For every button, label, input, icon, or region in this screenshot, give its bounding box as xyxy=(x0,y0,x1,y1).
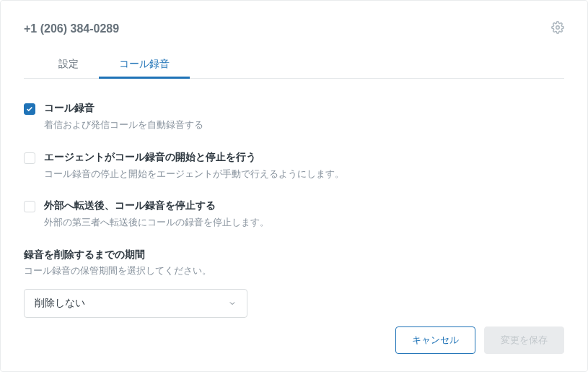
settings-gear-button[interactable] xyxy=(551,21,564,36)
footer-buttons: キャンセル 変更を保存 xyxy=(395,326,564,354)
tabs: 設定 コール録音 xyxy=(24,51,564,79)
save-button[interactable]: 変更を保存 xyxy=(484,326,564,354)
tab-settings[interactable]: 設定 xyxy=(38,51,99,78)
option-title: 外部へ転送後、コール録音を停止する xyxy=(44,199,564,212)
option-text: コール録音 着信および発信コールを自動録音する xyxy=(44,102,564,132)
option-desc: 外部の第三者へ転送後にコールの録音を停止します。 xyxy=(44,215,564,230)
tab-recording[interactable]: コール録音 xyxy=(99,51,190,78)
checkbox-stop-after-transfer[interactable] xyxy=(24,201,35,212)
chevron-down-icon xyxy=(228,299,237,308)
svg-point-0 xyxy=(556,26,560,30)
retention-value: 削除しない xyxy=(35,297,85,310)
option-agent-control: エージェントがコール録音の開始と停止を行う コール録音の停止と開始をエージェント… xyxy=(24,151,564,181)
header-row: +1 (206) 384-0289 xyxy=(24,21,564,36)
retention-select[interactable]: 削除しない xyxy=(24,289,247,318)
check-icon xyxy=(26,105,33,113)
retention-select-wrap: 削除しない xyxy=(24,289,247,318)
option-title: コール録音 xyxy=(44,102,564,115)
checkbox-call-recording[interactable] xyxy=(24,103,35,115)
checkbox-agent-control[interactable] xyxy=(24,152,35,164)
retention-desc: コール録音の保管期間を選択してください。 xyxy=(24,264,564,277)
retention-title: 録音を削除するまでの期間 xyxy=(24,248,564,261)
option-stop-after-transfer: 外部へ転送後、コール録音を停止する 外部の第三者へ転送後にコールの録音を停止しま… xyxy=(24,199,564,230)
option-text: エージェントがコール録音の開始と停止を行う コール録音の停止と開始をエージェント… xyxy=(44,151,564,181)
option-text: 外部へ転送後、コール録音を停止する 外部の第三者へ転送後にコールの録音を停止しま… xyxy=(44,199,564,230)
phone-number: +1 (206) 384-0289 xyxy=(24,22,119,35)
retention-section: 録音を削除するまでの期間 コール録音の保管期間を選択してください。 xyxy=(24,248,564,277)
settings-card: +1 (206) 384-0289 設定 コール録音 コール録音 着信および発信… xyxy=(0,0,588,372)
cancel-button[interactable]: キャンセル xyxy=(395,326,475,354)
option-call-recording: コール録音 着信および発信コールを自動録音する xyxy=(24,102,564,132)
option-title: エージェントがコール録音の開始と停止を行う xyxy=(44,151,564,164)
option-desc: 着信および発信コールを自動録音する xyxy=(44,118,564,132)
gear-icon xyxy=(551,21,564,34)
option-desc: コール録音の停止と開始をエージェントが手動で行えるようにします。 xyxy=(44,167,564,181)
